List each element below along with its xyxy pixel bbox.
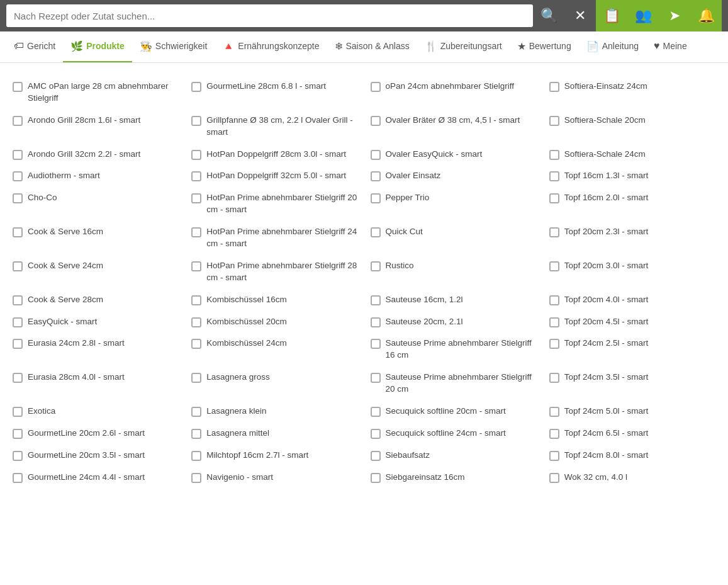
product-item[interactable]: Lasagnera mittel	[185, 423, 364, 445]
product-item[interactable]: HotPan Doppelgriff 32cm 5.0l - smart	[185, 165, 364, 187]
product-item[interactable]: Arondo Grill 28cm 1.6l - smart	[6, 110, 185, 144]
search-icon[interactable]: 🔍	[533, 0, 564, 31]
product-checkbox[interactable]	[371, 261, 381, 271]
product-checkbox[interactable]	[371, 317, 381, 327]
product-checkbox[interactable]	[191, 82, 201, 92]
product-item[interactable]: Kombischüssel 24cm	[185, 332, 364, 366]
product-item[interactable]: Arondo Grill 32cm 2.2l - smart	[6, 144, 185, 166]
product-checkbox[interactable]	[371, 150, 381, 160]
product-item[interactable]: Cook & Serve 16cm	[6, 221, 185, 255]
nav-item-produkte[interactable]: 🌿 Produkte	[63, 31, 132, 63]
product-item[interactable]: Topf 24cm 5.0l - smart	[543, 400, 722, 423]
product-item[interactable]: Topf 20cm 4.0l - smart	[543, 289, 722, 311]
product-checkbox[interactable]	[371, 193, 381, 203]
product-checkbox[interactable]	[191, 407, 201, 417]
product-checkbox[interactable]	[13, 227, 23, 237]
product-checkbox[interactable]	[191, 150, 201, 160]
product-item[interactable]: GourmetLine 20cm 2.6l - smart	[6, 423, 185, 445]
product-item[interactable]: Topf 20cm 2.3l - smart	[543, 221, 722, 255]
nav-item-zubereitung[interactable]: 🍴 Zubereitungsart	[417, 31, 510, 63]
product-checkbox[interactable]	[191, 116, 201, 126]
product-checkbox[interactable]	[191, 451, 201, 461]
product-checkbox[interactable]	[371, 295, 381, 305]
product-checkbox[interactable]	[13, 82, 23, 92]
product-checkbox[interactable]	[371, 451, 381, 461]
product-checkbox[interactable]	[13, 339, 23, 349]
product-checkbox[interactable]	[13, 116, 23, 126]
product-item[interactable]: Ovaler Einsatz	[364, 165, 543, 187]
product-checkbox[interactable]	[191, 373, 201, 383]
send-icon[interactable]: ➤	[659, 0, 690, 31]
product-checkbox[interactable]	[13, 150, 23, 160]
product-item[interactable]: Topf 24cm 2.5l - smart	[543, 332, 722, 366]
product-checkbox[interactable]	[191, 261, 201, 271]
product-item[interactable]: AMC oPan large 28 cm abnehmbarer Stielgr…	[6, 76, 185, 110]
product-checkbox[interactable]	[191, 295, 201, 305]
product-checkbox[interactable]	[549, 373, 559, 383]
product-item[interactable]: Softiera-Schale 24cm	[543, 144, 722, 166]
search-input[interactable]	[6, 4, 533, 27]
product-item[interactable]: GourmetLine 20cm 3.5l - smart	[6, 445, 185, 467]
nav-item-meine[interactable]: ♥ Meine	[646, 31, 695, 63]
product-item[interactable]: Topf 20cm 4.5l - smart	[543, 311, 722, 333]
product-checkbox[interactable]	[371, 429, 381, 439]
product-item[interactable]: HotPan Prime abnehmbarer Stielgriff 24 c…	[185, 221, 364, 255]
product-item[interactable]: Pepper Trio	[364, 187, 543, 221]
product-item[interactable]: Sauteuse Prime abnehmbarer Stielgriff 20…	[364, 366, 543, 400]
product-item[interactable]: Lasagnera gross	[185, 366, 364, 400]
product-item[interactable]: Rustico	[364, 255, 543, 289]
product-checkbox[interactable]	[191, 227, 201, 237]
nav-item-bewertung[interactable]: ★ Bewertung	[510, 31, 579, 63]
product-checkbox[interactable]	[549, 193, 559, 203]
friends-icon[interactable]: 👥	[627, 0, 659, 31]
product-checkbox[interactable]	[549, 339, 559, 349]
product-checkbox[interactable]	[13, 407, 23, 417]
product-checkbox[interactable]	[371, 82, 381, 92]
product-item[interactable]: HotPan Doppelgriff 28cm 3.0l - smart	[185, 144, 364, 166]
product-checkbox[interactable]	[13, 317, 23, 327]
product-checkbox[interactable]	[549, 407, 559, 417]
product-item[interactable]: Ovaler EasyQuick - smart	[364, 144, 543, 166]
product-checkbox[interactable]	[191, 339, 201, 349]
product-checkbox[interactable]	[191, 171, 201, 181]
product-item[interactable]: Topf 24cm 8.0l - smart	[543, 445, 722, 467]
product-item[interactable]: GourmetLine 28cm 6.8 l - smart	[185, 76, 364, 110]
product-item[interactable]: Kombischüssel 16cm	[185, 289, 364, 311]
product-item[interactable]: Siebaufsatz	[364, 445, 543, 467]
product-checkbox[interactable]	[549, 317, 559, 327]
product-item[interactable]: HotPan Prime abnehmbarer Stielgriff 28 c…	[185, 255, 364, 289]
product-item[interactable]: HotPan Prime abnehmbarer Stielgriff 20 c…	[185, 187, 364, 221]
product-checkbox[interactable]	[13, 373, 23, 383]
product-item[interactable]: Milchtopf 16cm 2.7l - smart	[185, 445, 364, 467]
product-item[interactable]: Topf 24cm 6.5l - smart	[543, 423, 722, 445]
product-checkbox[interactable]	[549, 261, 559, 271]
product-checkbox[interactable]	[371, 373, 381, 383]
product-item[interactable]: Eurasia 24cm 2.8l - smart	[6, 332, 185, 366]
product-item[interactable]: Topf 16cm 2.0l - smart	[543, 187, 722, 221]
product-checkbox[interactable]	[191, 473, 201, 483]
product-item[interactable]: Sauteuse Prime abnehmbarer Stielgriff 16…	[364, 332, 543, 366]
product-checkbox[interactable]	[549, 295, 559, 305]
product-item[interactable]: Secuquick softline 20cm - smart	[364, 400, 543, 423]
add-recipe-icon[interactable]: 📋	[596, 0, 627, 31]
product-checkbox[interactable]	[191, 429, 201, 439]
product-item[interactable]: Ovaler Bräter Ø 38 cm, 4,5 l - smart	[364, 110, 543, 144]
product-checkbox[interactable]	[13, 193, 23, 203]
product-checkbox[interactable]	[13, 261, 23, 271]
product-checkbox[interactable]	[549, 429, 559, 439]
product-item[interactable]: Softiera-Schale 20cm	[543, 110, 722, 144]
product-item[interactable]: Topf 16cm 1.3l - smart	[543, 165, 722, 187]
product-checkbox[interactable]	[13, 429, 23, 439]
product-item[interactable]: Eurasia 28cm 4.0l - smart	[6, 366, 185, 400]
nav-item-gericht[interactable]: 🏷 Gericht	[6, 31, 63, 63]
product-item[interactable]: Exotica	[6, 400, 185, 423]
product-checkbox[interactable]	[549, 451, 559, 461]
product-item[interactable]: Quick Cut	[364, 221, 543, 255]
product-checkbox[interactable]	[549, 227, 559, 237]
bell-icon[interactable]: 🔔	[690, 0, 722, 31]
product-item[interactable]: Topf 20cm 3.0l - smart	[543, 255, 722, 289]
product-item[interactable]: Sauteuse 20cm, 2.1l	[364, 311, 543, 333]
product-checkbox[interactable]	[371, 227, 381, 237]
close-icon[interactable]: ✕	[564, 0, 596, 31]
product-item[interactable]: Sauteuse 16cm, 1.2l	[364, 289, 543, 311]
